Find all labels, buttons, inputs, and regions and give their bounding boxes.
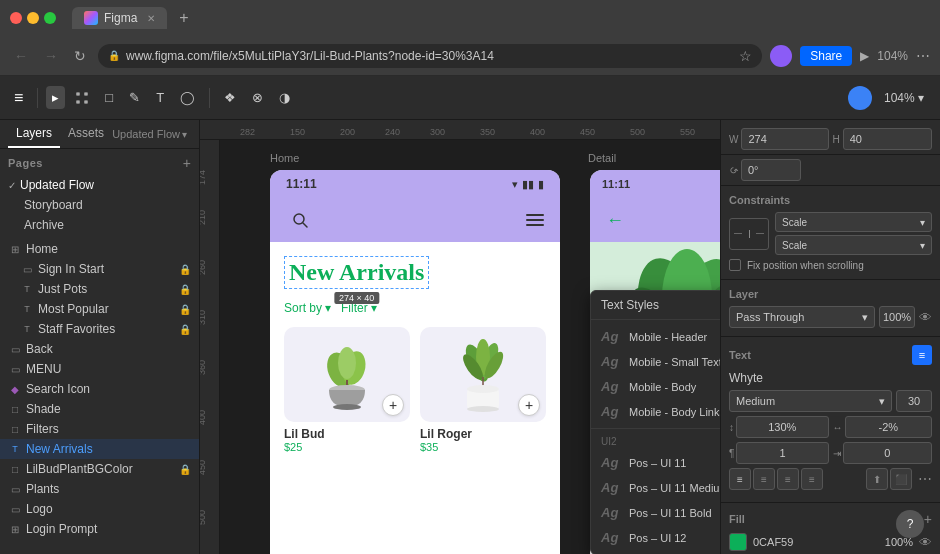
align-justify-btn[interactable]: ≡ [801,468,823,490]
text-tool[interactable]: T [150,86,170,109]
font-size-input[interactable]: 30 [896,390,932,412]
style-item-ui11-medium[interactable]: Ag Pos – UI 11 Medium [591,475,720,500]
layer-item-bg-color[interactable]: □ LilBudPlantBGColor 🔒 [0,459,199,479]
contrast-icon[interactable]: ◑ [273,86,296,109]
align-center-btn[interactable]: ≡ [753,468,775,490]
text-styles-title: Text Styles [601,298,659,312]
play-icon[interactable]: ▶ [860,49,869,63]
indent-input[interactable]: 0 [843,442,933,464]
profile-avatar[interactable] [770,45,792,67]
address-bar[interactable]: 🔒 www.figma.com/file/x5MuLtiPlaY3r/Lil-B… [98,44,762,68]
page-archive[interactable]: Archive [0,215,199,235]
layer-opacity-input[interactable]: 100% [879,306,915,328]
style-name: Mobile - Header [629,331,707,343]
fill-hex-value[interactable]: 0CAF59 [753,536,879,548]
new-arrivals-selection-box[interactable]: New Arrivals 274 × 40 [284,256,429,289]
line-height-input[interactable]: 130% [736,416,829,438]
tab-assets[interactable]: Assets [60,120,112,148]
tab-layers[interactable]: Layers [8,120,60,148]
para-spacing-input[interactable]: 1 [736,442,828,464]
refresh-btn[interactable]: ↻ [70,46,90,66]
font-weight-dropdown[interactable]: Medium ▾ [729,390,892,412]
share-button[interactable]: Share [800,46,852,66]
layer-mode-dropdown[interactable]: Pass Through ▾ [729,306,875,328]
style-item-mobile-body-links[interactable]: Ag Mobile - Body Links [591,399,720,424]
hamburger-menu[interactable] [526,214,544,226]
layer-item-new-arrivals[interactable]: T New Arrivals [0,439,199,459]
valign-top-btn[interactable]: ⬆ [866,468,888,490]
layer-item-just-pots[interactable]: T Just Pots 🔒 [0,279,199,299]
width-input[interactable]: 274 [741,128,828,150]
lock-icon: 🔒 [179,324,191,335]
layer-item-staff-fav[interactable]: T Staff Favorites 🔒 [0,319,199,339]
layer-item-shade[interactable]: □ Shade [0,399,199,419]
add-to-cart-btn-1[interactable]: + [382,394,404,416]
back-nav-btn[interactable]: ← [10,46,32,66]
layer-item-back[interactable]: ▭ Back [0,339,199,359]
pen-tool[interactable]: ✎ [123,86,146,109]
sort-by-btn[interactable]: Sort by ▾ [284,301,331,315]
help-button[interactable]: ? [896,510,924,538]
mask-icon[interactable]: ⊗ [246,86,269,109]
height-input[interactable]: 40 [843,128,932,150]
forward-nav-btn[interactable]: → [40,46,62,66]
back-arrow-btn[interactable]: ← [606,210,624,231]
page-updated-flow[interactable]: ✓ Updated Flow [0,175,199,195]
frame-icon: ▭ [8,342,22,356]
style-item-ui11[interactable]: Ag Pos – UI 11 [591,450,720,475]
constraint-v-dropdown[interactable]: Scale ▾ [775,235,932,255]
fill-visibility-icon[interactable]: 👁 [919,535,932,550]
ellipse-tool[interactable]: ◯ [174,86,201,109]
select-tool[interactable]: ▸ [46,86,65,109]
new-tab-icon[interactable]: + [179,9,188,27]
zoom-display[interactable]: 104% ▾ [884,91,924,105]
layer-item-logo[interactable]: ▭ Logo [0,499,199,519]
layer-group-login[interactable]: ⊞ Login Prompt [0,519,199,539]
search-btn[interactable] [286,206,314,234]
layer-item-menu[interactable]: ▭ MENU [0,359,199,379]
component-icon[interactable]: ❖ [218,86,242,109]
tab-close-icon[interactable]: ✕ [147,13,155,24]
frame-tool[interactable] [69,87,95,109]
style-item-ui11-bold[interactable]: Ag Pos – UI 11 Bold [591,500,720,525]
pages-add-icon[interactable]: + [183,155,191,171]
style-item-ui12[interactable]: Ag Pos – UI 12 [591,525,720,550]
style-item-mobile-body[interactable]: Ag Mobile - Body [591,374,720,399]
figma-menu-icon[interactable]: ≡ [8,85,29,111]
text-more-options[interactable]: ⋯ [918,471,932,487]
ruler-mark: 174 [200,170,207,185]
flow-chevron[interactable]: ▾ [182,129,187,140]
valign-mid-btn[interactable]: ⬛ [890,468,912,490]
dot-green[interactable] [44,12,56,24]
layer-item-plants[interactable]: ▭ Plants [0,479,199,499]
dot-yellow[interactable] [27,12,39,24]
style-item-mobile-small[interactable]: Ag Mobile - Small Text [591,349,720,374]
fill-color-swatch[interactable] [729,533,747,551]
letter-spacing-input[interactable]: -2% [845,416,933,438]
rotation-input[interactable]: 0° [741,159,801,181]
canvas-area[interactable]: 282 150 200 240 300 350 400 450 500 550 … [200,120,720,554]
bookmark-icon[interactable]: ☆ [739,48,752,64]
sort-label: Sort by [284,301,322,315]
nav-line [526,224,544,226]
page-storyboard[interactable]: Storyboard [0,195,199,215]
shape-tool[interactable]: □ [99,86,119,109]
layer-item-search-icon[interactable]: ◆ Search Icon [0,379,199,399]
dot-red[interactable] [10,12,22,24]
layer-item-sign-in[interactable]: ▭ Sign In Start 🔒 [0,259,199,279]
layer-item-most-popular[interactable]: T Most Popular 🔒 [0,299,199,319]
text-style-apply-btn[interactable]: ≡ [912,345,932,365]
more-options-icon[interactable]: ⋯ [916,48,930,64]
fill-add-icon[interactable]: + [924,511,932,527]
style-item-mobile-header[interactable]: Ag Mobile - Header [591,324,720,349]
align-right-btn[interactable]: ≡ [777,468,799,490]
add-to-cart-btn-2[interactable]: + [518,394,540,416]
constraint-h-dropdown[interactable]: Scale ▾ [775,212,932,232]
height-value: 40 [850,133,862,145]
layer-group-home[interactable]: ⊞ Home [0,239,199,259]
layer-item-filters[interactable]: □ Filters [0,419,199,439]
browser-tab[interactable]: Figma ✕ [72,7,167,29]
fix-position-checkbox[interactable] [729,259,741,271]
visibility-icon[interactable]: 👁 [919,310,932,325]
align-left-btn[interactable]: ≡ [729,468,751,490]
